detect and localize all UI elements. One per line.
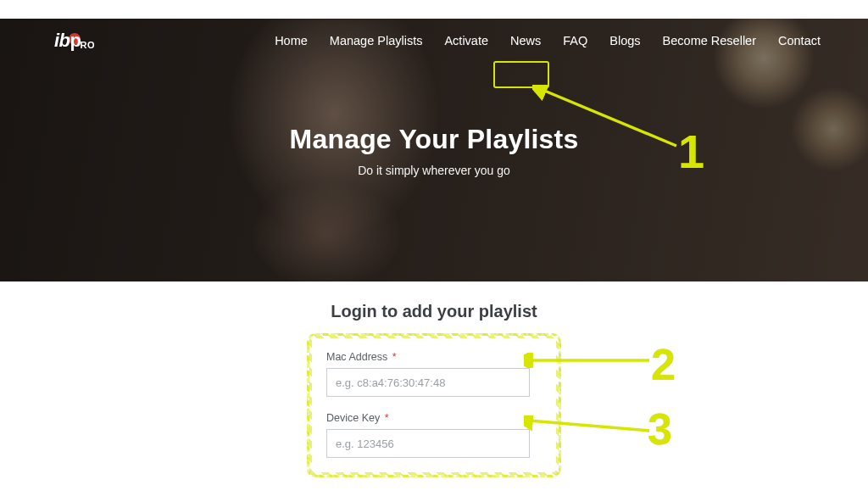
login-form-box: Mac Address * Device Key * bbox=[307, 333, 561, 477]
nav-blogs[interactable]: Blogs bbox=[608, 29, 642, 53]
mac-address-label: Mac Address * bbox=[326, 351, 542, 363]
login-section: Login to add your playlist Mac Address *… bbox=[0, 281, 868, 477]
hero-banner: ibpRO Home Manage Playlists Activate New… bbox=[0, 19, 868, 281]
device-key-label: Device Key * bbox=[326, 412, 542, 424]
hero-title: Manage Your Playlists bbox=[0, 124, 868, 155]
login-title: Login to add your playlist bbox=[0, 302, 868, 321]
nav-manage-playlists[interactable]: Manage Playlists bbox=[328, 29, 425, 53]
device-key-input[interactable] bbox=[326, 429, 530, 458]
nav-become-reseller[interactable]: Become Reseller bbox=[661, 29, 758, 53]
required-asterisk: * bbox=[385, 412, 389, 424]
mac-address-label-text: Mac Address bbox=[326, 351, 387, 363]
hero-center: Manage Your Playlists Do it simply where… bbox=[0, 124, 868, 177]
nav-faq[interactable]: FAQ bbox=[561, 29, 589, 53]
nav-activate[interactable]: Activate bbox=[442, 29, 490, 53]
nav-news[interactable]: News bbox=[509, 29, 542, 53]
required-asterisk: * bbox=[392, 351, 397, 363]
nav-contact[interactable]: Contact bbox=[776, 29, 822, 53]
annotation-box-1 bbox=[493, 61, 549, 88]
brand-logo[interactable]: ibpRO bbox=[54, 31, 95, 50]
field-group-key: Device Key * bbox=[326, 412, 542, 458]
mac-address-input[interactable] bbox=[326, 368, 530, 397]
logo-text-ib: ib bbox=[54, 31, 70, 50]
hero-subtitle: Do it simply wherever you go bbox=[0, 164, 868, 177]
logo-text-p: p bbox=[70, 31, 81, 50]
field-group-mac: Mac Address * bbox=[326, 351, 542, 397]
nav-home[interactable]: Home bbox=[273, 29, 309, 53]
logo-text-ro: RO bbox=[81, 41, 96, 50]
top-bar: ibpRO Home Manage Playlists Activate New… bbox=[0, 19, 868, 53]
device-key-label-text: Device Key bbox=[326, 412, 380, 424]
main-nav: Home Manage Playlists Activate News FAQ … bbox=[273, 29, 822, 53]
